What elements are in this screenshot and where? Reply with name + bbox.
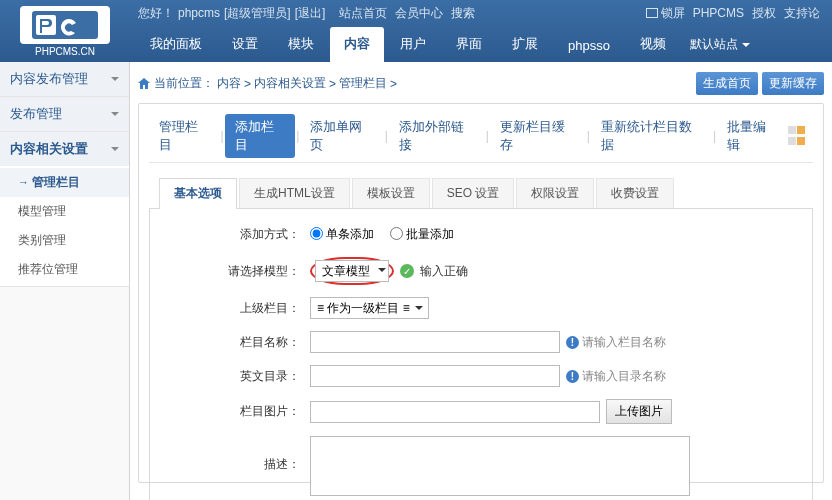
member-center-link[interactable]: 会员中心 — [395, 5, 443, 22]
tab-template[interactable]: 模板设置 — [352, 178, 430, 209]
breadcrumb: 当前位置： 内容 > 内容相关设置 > 管理栏目 > 生成首页 更新缓存 — [138, 68, 824, 103]
sidebar-item-model-manage[interactable]: 模型管理 — [0, 197, 129, 226]
tab-charge[interactable]: 收费设置 — [596, 178, 674, 209]
image-label: 栏目图片： — [160, 403, 310, 420]
nav-extend[interactable]: 扩展 — [498, 27, 552, 62]
add-single-radio[interactable]: 单条添加 — [310, 226, 374, 243]
category-name-input[interactable] — [310, 331, 560, 353]
nav-phpsso[interactable]: phpsso — [554, 30, 624, 62]
info-icon: ! — [566, 370, 579, 383]
info-icon: ! — [566, 336, 579, 349]
site-home-link[interactable]: 站点首页 — [339, 5, 387, 22]
desc-label: 描述： — [160, 436, 310, 473]
tab-html[interactable]: 生成HTML设置 — [239, 178, 350, 209]
sidebar-item-position-manage[interactable]: 推荐位管理 — [0, 255, 129, 284]
screen-icon — [646, 8, 658, 18]
dir-label: 英文目录： — [160, 368, 310, 385]
support-link[interactable]: 支持论 — [784, 5, 820, 22]
auth-link[interactable]: 授权 — [752, 5, 776, 22]
add-method-label: 添加方式： — [160, 226, 310, 243]
sidebar-section-release[interactable]: 发布管理 — [0, 97, 129, 131]
search-link[interactable]: 搜索 — [451, 5, 475, 22]
main-nav: 我的面板 设置 模块 内容 用户 界面 扩展 phpsso 视频 默认站点 — [130, 26, 832, 62]
nav-users[interactable]: 用户 — [386, 27, 440, 62]
sidebar-item-manage-category[interactable]: 管理栏目 — [0, 168, 129, 197]
subnav-batch-edit[interactable]: 批量编辑 — [717, 114, 788, 158]
site-selector[interactable]: 默认站点 — [682, 28, 758, 62]
nav-content[interactable]: 内容 — [330, 27, 384, 62]
subnav-add-category[interactable]: 添加栏目 — [225, 114, 296, 158]
crumb-content[interactable]: 内容 — [217, 75, 241, 92]
subnav-manage[interactable]: 管理栏目 — [149, 114, 220, 158]
chevron-down-icon — [111, 147, 119, 155]
chevron-down-icon — [111, 77, 119, 85]
layout-indicator[interactable] — [788, 126, 813, 146]
tab-permission[interactable]: 权限设置 — [516, 178, 594, 209]
nav-modules[interactable]: 模块 — [274, 27, 328, 62]
tab-seo[interactable]: SEO 设置 — [432, 178, 515, 209]
logo-icon — [30, 9, 100, 41]
chevron-down-icon — [111, 112, 119, 120]
crumb-settings[interactable]: 内容相关设置 — [254, 75, 326, 92]
lock-screen-link[interactable]: 锁屏 — [646, 5, 685, 22]
category-form: 添加方式： 单条添加 批量添加 请选择模型： 文章模型 ✓ 输入正确 上级栏目： — [149, 209, 813, 500]
subnav-add-page[interactable]: 添加单网页 — [300, 114, 383, 158]
update-cache-button[interactable]: 更新缓存 — [762, 72, 824, 95]
header: PHPCMS.CN 您好！ phpcms [超级管理员] [退出] 站点首页 会… — [0, 0, 832, 62]
nav-settings[interactable]: 设置 — [218, 27, 272, 62]
home-icon — [138, 78, 150, 89]
upload-image-button[interactable]: 上传图片 — [606, 399, 672, 424]
model-select[interactable]: 文章模型 — [315, 260, 389, 282]
brand-text: PHPCMS.CN — [35, 46, 95, 57]
main-panel: 当前位置： 内容 > 内容相关设置 > 管理栏目 > 生成首页 更新缓存 管理栏… — [130, 62, 832, 500]
add-batch-radio[interactable]: 批量添加 — [390, 226, 454, 243]
model-label: 请选择模型： — [160, 263, 310, 280]
subnav-update-cache[interactable]: 更新栏目缓存 — [490, 114, 586, 158]
description-textarea[interactable] — [310, 436, 690, 496]
logout-link[interactable]: [退出] — [295, 5, 326, 22]
parent-select[interactable]: ≡ 作为一级栏目 ≡ — [310, 297, 429, 319]
directory-input[interactable] — [310, 365, 560, 387]
nav-ui[interactable]: 界面 — [442, 27, 496, 62]
sub-nav: 管理栏目| 添加栏目| 添加单网页| 添加外部链接| 更新栏目缓存| 重新统计栏… — [149, 114, 813, 163]
subnav-add-link[interactable]: 添加外部链接 — [389, 114, 485, 158]
logo[interactable]: PHPCMS.CN — [0, 0, 130, 62]
phpcms-link[interactable]: PHPCMS — [693, 6, 744, 20]
header-top-bar: 您好！ phpcms [超级管理员] [退出] 站点首页 会员中心 搜索 锁屏 … — [130, 0, 832, 26]
subnav-recount[interactable]: 重新统计栏目数据 — [591, 114, 712, 158]
form-tabs: 基本选项 生成HTML设置 模板设置 SEO 设置 权限设置 收费设置 — [149, 177, 813, 209]
nav-panel[interactable]: 我的面板 — [136, 27, 216, 62]
sidebar-item-type-manage[interactable]: 类别管理 — [0, 226, 129, 255]
check-icon: ✓ — [400, 264, 414, 278]
image-path-input[interactable] — [310, 401, 600, 423]
parent-label: 上级栏目： — [160, 300, 310, 317]
crumb-manage[interactable]: 管理栏目 — [339, 75, 387, 92]
sidebar: 内容发布管理 发布管理 内容相关设置 管理栏目 模型管理 类别管理 推荐位管理 — [0, 62, 130, 500]
name-label: 栏目名称： — [160, 334, 310, 351]
username-link[interactable]: phpcms — [178, 6, 220, 20]
generate-home-button[interactable]: 生成首页 — [696, 72, 758, 95]
sidebar-section-publish[interactable]: 内容发布管理 — [0, 62, 129, 96]
tab-basic[interactable]: 基本选项 — [159, 178, 237, 209]
sidebar-section-content-settings[interactable]: 内容相关设置 — [0, 132, 129, 166]
nav-video[interactable]: 视频 — [626, 27, 680, 62]
